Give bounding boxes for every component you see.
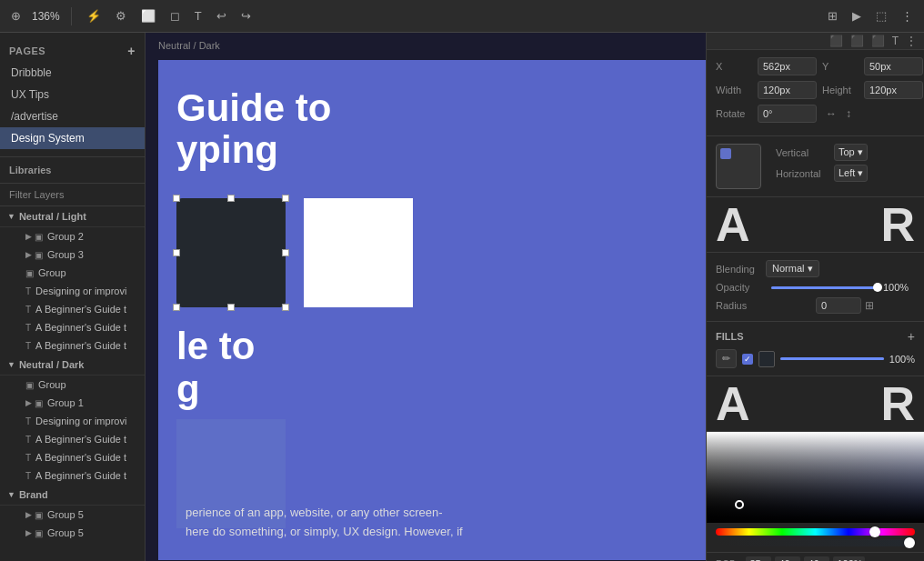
handle-tr[interactable] xyxy=(282,195,289,202)
more-icon[interactable]: ⋮ xyxy=(898,7,917,25)
opacity-thumb[interactable] xyxy=(873,283,882,292)
page-item-designsystem[interactable]: Design System xyxy=(0,127,145,149)
handle-bl[interactable] xyxy=(173,304,180,311)
letter-r-1: R xyxy=(880,201,915,248)
flip-v-icon[interactable]: ↕ xyxy=(846,107,851,120)
libraries-section[interactable]: Libraries xyxy=(0,157,145,184)
text-size-icon[interactable]: T xyxy=(890,33,900,49)
top-toolbar: ⊕ 136% ⚡ ⚙ ⬜ ◻ T ↩ ↪ ⊞ ▶ ⬚ ⋮ xyxy=(0,0,924,33)
pencil-icon[interactable]: ✏ xyxy=(716,349,737,368)
play-icon[interactable]: ▶ xyxy=(849,7,865,25)
layer-item[interactable]: T Designing or improvi xyxy=(0,282,145,300)
fills-add-button[interactable]: + xyxy=(908,329,915,344)
frame-icon[interactable]: ⬜ xyxy=(137,7,159,25)
width-label: Width xyxy=(716,85,752,95)
layer-item[interactable]: T Designing or improvi xyxy=(0,412,145,430)
fill-opacity-slider[interactable] xyxy=(780,357,884,360)
layer-item[interactable]: T A Beginner's Guide t xyxy=(0,318,145,336)
vertical-dropdown[interactable]: Top ▾ xyxy=(834,144,868,161)
alpha-input[interactable] xyxy=(833,556,865,561)
flip-h-icon[interactable]: ↔ xyxy=(826,107,837,120)
layer-item[interactable]: T A Beginner's Guide t xyxy=(0,448,145,466)
opacity-slider[interactable] xyxy=(771,286,878,289)
gear-icon[interactable]: ⚙ xyxy=(112,7,130,25)
device-icon[interactable]: ⬚ xyxy=(872,7,890,25)
layer-item[interactable]: ▶ ▣ Group 5 xyxy=(0,506,145,524)
layer-item[interactable]: ▶ ▣ Group 1 xyxy=(0,394,145,412)
color-picker-cursor[interactable] xyxy=(735,500,744,509)
color-gradient[interactable] xyxy=(707,432,924,523)
fills-section: FILLS + ✏ ✓ 100% xyxy=(707,322,924,376)
text-icon[interactable]: T xyxy=(191,7,206,25)
filter-section[interactable]: Filter Layers xyxy=(0,184,145,206)
b-input[interactable] xyxy=(804,556,829,561)
undo-icon[interactable]: ↩ xyxy=(213,7,230,25)
big-letters-area-1: A R xyxy=(707,197,924,253)
fill-checkbox[interactable]: ✓ xyxy=(742,354,753,365)
more-options-icon[interactable]: ⋮ xyxy=(904,33,919,49)
width-input[interactable] xyxy=(758,81,817,99)
layer-group-neutral-light[interactable]: ▼ Neutral / Light xyxy=(0,206,145,227)
page-item-advertise[interactable]: /advertise xyxy=(0,105,145,127)
toolbar-separator xyxy=(71,7,72,25)
layer-item[interactable]: T A Beginner's Guide t xyxy=(0,466,145,485)
horizontal-dropdown[interactable]: Left ▾ xyxy=(834,165,868,182)
alpha-thumb[interactable] xyxy=(904,537,915,548)
radius-expand-icon[interactable]: ⊞ xyxy=(865,299,874,312)
rotate-input[interactable] xyxy=(758,105,817,123)
handle-tl[interactable] xyxy=(173,195,180,202)
alpha-bar[interactable] xyxy=(716,539,915,546)
canvas-frame[interactable]: Guide to yping le to g xyxy=(158,60,706,560)
align-center-icon[interactable]: ⬛ xyxy=(849,33,866,49)
layer-item[interactable]: T A Beginner's Guide t xyxy=(0,430,145,448)
layer-group-brand[interactable]: ▼ Brand xyxy=(0,485,145,506)
height-input[interactable] xyxy=(864,81,923,99)
r-input[interactable] xyxy=(746,556,771,561)
group-icon: ▣ xyxy=(35,232,43,242)
arrow-icon: ▶ xyxy=(25,232,32,241)
bolt-icon[interactable]: ⚡ xyxy=(83,7,105,25)
layer-item[interactable]: ▶ ▣ Group 3 xyxy=(0,245,145,264)
handle-bm[interactable] xyxy=(227,304,235,311)
layer-item[interactable]: ▶ ▣ Group 5 xyxy=(0,524,145,542)
position-icon[interactable]: ⊕ xyxy=(7,7,25,25)
layer-item[interactable]: ▣ Group xyxy=(0,264,145,282)
align-left-icon[interactable]: ⬛ xyxy=(828,33,845,49)
x-input[interactable] xyxy=(758,57,817,75)
align-right-icon[interactable]: ⬛ xyxy=(869,33,887,49)
dark-box[interactable] xyxy=(176,198,286,307)
handle-br[interactable] xyxy=(282,304,289,311)
y-input[interactable] xyxy=(864,57,923,75)
alignment-preview xyxy=(716,144,761,189)
handle-mr[interactable] xyxy=(282,249,289,256)
layer-item[interactable]: T A Beginner's Guide t xyxy=(0,336,145,355)
fill-color-preview[interactable] xyxy=(758,351,775,367)
white-box[interactable] xyxy=(304,198,413,307)
handle-tm[interactable] xyxy=(227,195,235,202)
component-icon[interactable]: ◻ xyxy=(166,7,184,25)
layer-label: A Beginner's Guide t xyxy=(35,470,126,481)
hue-bar[interactable] xyxy=(716,528,915,536)
page-item-dribbble[interactable]: Dribbble xyxy=(0,62,145,84)
zoom-level[interactable]: 136% xyxy=(32,10,60,23)
blending-dropdown[interactable]: Normal ▾ xyxy=(766,260,819,277)
opacity-row: Opacity 100% xyxy=(716,282,915,293)
letter-a-1: A xyxy=(716,201,750,248)
radius-input[interactable] xyxy=(816,297,861,314)
layer-item[interactable]: T A Beginner's Guide t xyxy=(0,300,145,318)
g-input[interactable] xyxy=(775,556,800,561)
layer-label: Group 1 xyxy=(47,397,84,408)
blending-label: Blending xyxy=(716,264,766,275)
libraries-label: Libraries xyxy=(9,165,51,175)
layer-label: A Beginner's Guide t xyxy=(35,452,126,463)
layer-item[interactable]: ▶ ▣ Group 2 xyxy=(0,227,145,245)
add-page-button[interactable]: + xyxy=(127,44,136,58)
text-layer-icon: T xyxy=(25,453,31,463)
share-icon[interactable]: ⊞ xyxy=(824,7,841,25)
handle-ml[interactable] xyxy=(173,249,180,256)
layer-item[interactable]: ▣ Group xyxy=(0,376,145,394)
redo-icon[interactable]: ↪ xyxy=(237,7,255,25)
hue-thumb[interactable] xyxy=(869,526,880,537)
layer-group-neutral-dark[interactable]: ▼ Neutral / Dark xyxy=(0,355,145,376)
page-item-uxtips[interactable]: UX Tips xyxy=(0,84,145,105)
